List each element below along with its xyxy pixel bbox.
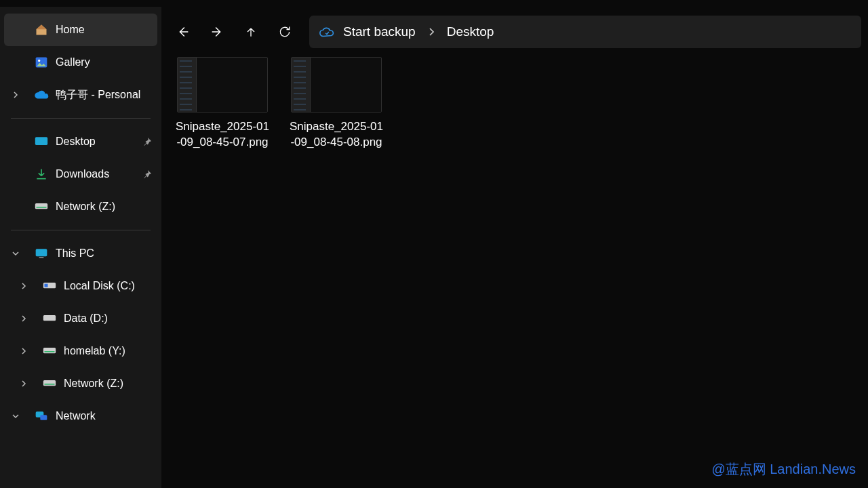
- svg-rect-2: [35, 137, 47, 145]
- main-region: Home Gallery 鸭子哥 - Personal Desktop: [0, 7, 868, 488]
- navigation-pane: Home Gallery 鸭子哥 - Personal Desktop: [0, 7, 161, 488]
- drive-icon: [42, 379, 57, 388]
- forward-button[interactable]: [202, 17, 232, 47]
- sidebar-item-label: Home: [56, 24, 85, 36]
- start-backup-button[interactable]: Start backup: [343, 24, 416, 39]
- drive-icon: [42, 281, 57, 291]
- sidebar-item-label: homelab (Y:): [64, 345, 125, 357]
- svg-rect-16: [40, 415, 47, 420]
- drive-icon: [34, 202, 49, 211]
- sidebar-item-label: Desktop: [56, 136, 96, 148]
- svg-point-1: [38, 60, 40, 62]
- pc-icon: [34, 247, 49, 260]
- sidebar-item-gallery[interactable]: Gallery: [0, 46, 161, 79]
- sidebar-item-network-z-drive[interactable]: Network (Z:): [0, 367, 161, 400]
- sidebar-item-downloads[interactable]: Downloads: [0, 158, 161, 190]
- file-thumbnail: [177, 57, 268, 113]
- svg-rect-9: [45, 284, 48, 287]
- sidebar-item-label: Network (Z:): [64, 378, 123, 390]
- chevron-down-icon[interactable]: [12, 250, 22, 257]
- svg-rect-5: [37, 207, 47, 208]
- drive-icon: [42, 346, 57, 356]
- chevron-right-icon[interactable]: [12, 92, 22, 98]
- back-button[interactable]: [168, 17, 198, 47]
- title-bar: [0, 0, 868, 7]
- sidebar-item-label: 鸭子哥 - Personal: [56, 88, 140, 102]
- refresh-button[interactable]: [270, 17, 300, 47]
- crumb-label: Start backup: [343, 24, 416, 39]
- svg-rect-12: [45, 351, 55, 352]
- pin-icon[interactable]: [142, 169, 152, 179]
- svg-rect-14: [45, 384, 55, 385]
- drive-icon: [42, 314, 57, 323]
- downloads-icon: [34, 167, 49, 181]
- sidebar-item-label: Gallery: [56, 56, 90, 68]
- chevron-down-icon[interactable]: [12, 413, 22, 420]
- home-icon: [34, 23, 49, 37]
- file-thumbnail: [291, 57, 382, 113]
- sidebar-item-network[interactable]: Network: [0, 400, 161, 432]
- network-icon: [34, 410, 49, 422]
- content-area: Start backup Desktop Snipaste_2025-01-09…: [161, 7, 868, 488]
- up-button[interactable]: [236, 17, 266, 47]
- sidebar-item-network-z[interactable]: Network (Z:): [0, 190, 161, 223]
- svg-rect-7: [39, 257, 44, 258]
- sidebar-item-label: Network: [56, 410, 96, 422]
- sidebar-item-label: This PC: [56, 247, 94, 260]
- sidebar-item-local-c[interactable]: Local Disk (C:): [0, 270, 161, 302]
- svg-rect-13: [43, 380, 56, 386]
- sidebar-item-home[interactable]: Home: [4, 14, 157, 46]
- watermark: @蓝点网 Landian.News: [711, 460, 856, 479]
- breadcrumb-desktop[interactable]: Desktop: [447, 24, 494, 39]
- sidebar-item-homelab-y[interactable]: homelab (Y:): [0, 335, 161, 367]
- svg-rect-10: [43, 315, 56, 321]
- sidebar-item-desktop[interactable]: Desktop: [0, 125, 161, 158]
- chevron-right-icon[interactable]: [20, 348, 30, 354]
- gallery-icon: [34, 56, 49, 69]
- file-item[interactable]: Snipaste_2025-01-09_08-45-07.png: [175, 57, 270, 150]
- crumb-label: Desktop: [447, 24, 494, 39]
- cloud-icon: [34, 89, 49, 100]
- sidebar-item-label: Downloads: [56, 168, 109, 180]
- chevron-right-icon[interactable]: [20, 315, 30, 322]
- file-item[interactable]: Snipaste_2025-01-09_08-45-08.png: [289, 57, 384, 150]
- sidebar-item-label: Network (Z:): [56, 201, 115, 213]
- toolbar: Start backup Desktop: [161, 7, 868, 57]
- file-name: Snipaste_2025-01-09_08-45-08.png: [289, 119, 384, 150]
- chevron-right-icon[interactable]: [20, 283, 30, 289]
- pin-icon[interactable]: [142, 137, 152, 146]
- address-bar[interactable]: Start backup Desktop: [309, 16, 861, 48]
- svg-rect-6: [36, 249, 47, 256]
- chevron-right-icon[interactable]: [428, 28, 435, 36]
- sidebar-item-this-pc[interactable]: This PC: [0, 237, 161, 270]
- sidebar-item-onedrive[interactable]: 鸭子哥 - Personal: [0, 79, 161, 111]
- desktop-icon: [34, 136, 49, 147]
- sidebar-item-label: Local Disk (C:): [64, 280, 135, 292]
- sidebar-item-data-d[interactable]: Data (D:): [0, 302, 161, 335]
- sidebar-item-label: Data (D:): [64, 312, 108, 325]
- svg-rect-11: [43, 348, 56, 353]
- sidebar-divider: [11, 118, 151, 119]
- file-name: Snipaste_2025-01-09_08-45-07.png: [175, 119, 270, 150]
- svg-rect-4: [35, 203, 47, 209]
- cloud-sync-icon: [319, 25, 335, 39]
- sidebar-divider: [11, 230, 151, 230]
- chevron-right-icon[interactable]: [20, 380, 30, 387]
- file-grid: Snipaste_2025-01-09_08-45-07.png Snipast…: [161, 57, 868, 488]
